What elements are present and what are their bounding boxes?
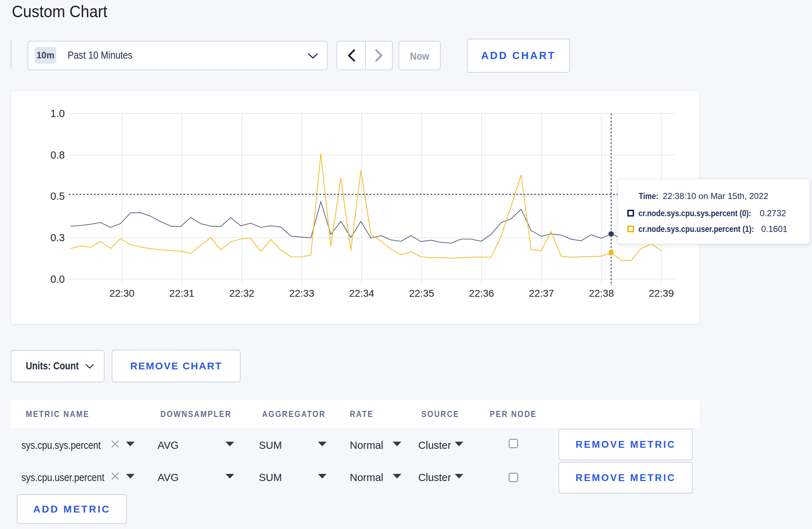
- svg-text:22:37: 22:37: [529, 288, 554, 299]
- svg-text:22:30: 22:30: [109, 288, 134, 299]
- svg-text:0.8: 0.8: [50, 149, 65, 161]
- svg-text:22:35: 22:35: [409, 288, 434, 299]
- svg-text:22:34: 22:34: [349, 288, 374, 299]
- svg-text:0.0: 0.0: [50, 273, 65, 285]
- svg-text:22:36: 22:36: [469, 288, 494, 299]
- svg-text:22:32: 22:32: [229, 288, 254, 299]
- svg-text:22:33: 22:33: [289, 288, 314, 299]
- svg-text:0.3: 0.3: [50, 232, 65, 243]
- svg-text:0.5: 0.5: [50, 190, 65, 202]
- svg-text:1.0: 1.0: [50, 108, 65, 119]
- svg-text:22:38: 22:38: [589, 288, 614, 299]
- svg-text:22:39: 22:39: [649, 288, 674, 299]
- svg-text:22:31: 22:31: [169, 288, 194, 299]
